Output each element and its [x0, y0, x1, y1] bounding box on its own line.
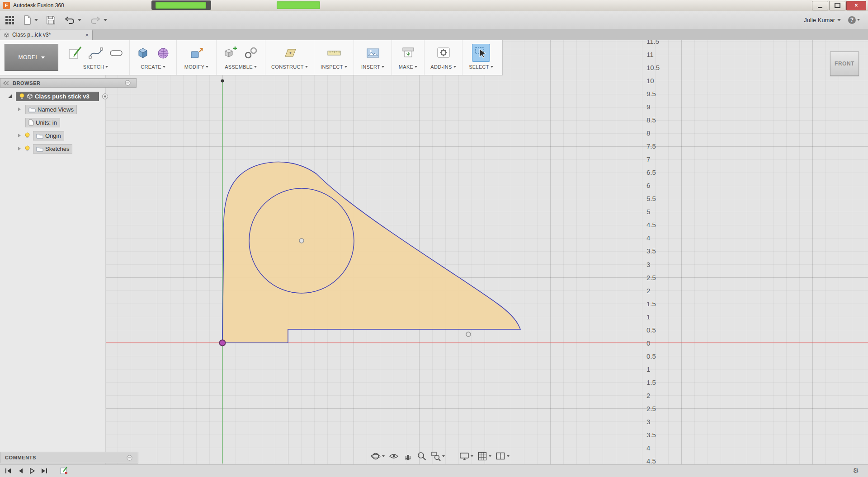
component-cube-icon — [27, 93, 33, 99]
orbit-button[interactable] — [371, 451, 385, 461]
bulb-icon[interactable] — [24, 145, 30, 152]
create-sketch-button[interactable] — [67, 44, 84, 61]
timeline-bar: ⚙ — [0, 464, 868, 477]
pan-button[interactable] — [403, 451, 413, 461]
slot-icon — [108, 45, 124, 61]
help-menu[interactable]: ? — [848, 16, 860, 24]
ribbon-toolbar: MODEL — [0, 40, 503, 75]
comments-collapse-button[interactable] — [127, 455, 132, 461]
ribbon-group-addins: ADD-INS — [425, 40, 462, 75]
bulb-icon[interactable] — [24, 132, 30, 139]
ribbon-group-menu[interactable]: SKETCH — [83, 64, 108, 70]
redo-icon — [90, 15, 101, 25]
play-button[interactable] — [29, 468, 35, 474]
ribbon-group-menu[interactable]: SELECT — [469, 64, 493, 70]
units-chip[interactable]: Units: in — [25, 118, 60, 127]
ribbon-group-inspect: INSPECT — [314, 40, 354, 75]
ribbon-group-menu[interactable]: INSPECT — [321, 64, 347, 70]
document-tab[interactable]: Class p...ick v3* × — [0, 29, 93, 40]
viewports-button[interactable] — [495, 451, 509, 461]
maximize-button[interactable] — [829, 1, 845, 10]
go-to-beginning-button[interactable] — [5, 468, 12, 474]
undo-button[interactable] — [64, 15, 81, 25]
create-form-button[interactable] — [155, 44, 172, 61]
visibility-toggle[interactable] — [102, 93, 108, 100]
sketch-spline-button[interactable] — [87, 44, 104, 61]
collapsed-arrow-icon[interactable] — [18, 134, 21, 137]
ribbon-group-menu[interactable]: CREATE — [141, 64, 165, 70]
browser-item-root[interactable]: Class push stick v3 — [0, 91, 122, 102]
ribbon-group-menu[interactable]: MODIFY — [184, 64, 209, 70]
browser-item-label: Sketches — [45, 145, 69, 152]
timeline-settings-gear-icon[interactable]: ⚙ — [853, 467, 859, 475]
sketches-chip[interactable]: Sketches — [33, 144, 72, 154]
root-component-chip[interactable]: Class push stick v3 — [16, 92, 99, 101]
joint-button[interactable] — [242, 44, 259, 61]
comments-header-label: COMMENTS — [5, 455, 127, 460]
redo-button[interactable] — [90, 15, 107, 25]
timeline-playback-controls — [5, 468, 48, 474]
redaction-block — [156, 2, 206, 9]
user-menu[interactable]: Julie Kumar — [804, 17, 841, 23]
ribbon-group-assemble: ASSEMBLE — [217, 40, 265, 75]
ribbon-group-construct: CONSTRUCT — [265, 40, 314, 75]
redacted-area — [151, 0, 211, 10]
browser-item-origin[interactable]: Origin — [0, 130, 64, 141]
look-at-button[interactable] — [389, 451, 399, 461]
ribbon-group-label: SELECT — [469, 64, 489, 70]
new-component-button[interactable] — [222, 44, 239, 61]
save-button[interactable] — [46, 15, 56, 25]
ribbon-group-menu[interactable]: ADD-INS — [430, 64, 456, 70]
display-settings-button[interactable] — [459, 451, 473, 461]
ribbon-group-menu[interactable]: INSERT — [361, 64, 384, 70]
close-button[interactable]: × — [846, 1, 866, 10]
select-tool-button[interactable] — [472, 44, 490, 62]
browser-item-named-views[interactable]: Named Views — [0, 104, 77, 115]
ribbon-group-label: CREATE — [141, 64, 161, 70]
zoom-window-button[interactable] — [431, 451, 445, 461]
expanded-arrow-icon[interactable] — [8, 94, 12, 98]
scripts-addins-button[interactable] — [435, 44, 452, 61]
app-launcher-button[interactable] — [5, 16, 14, 24]
ribbon-group-select: SELECT — [462, 40, 500, 75]
collapsed-arrow-icon[interactable] — [18, 147, 21, 150]
browser-header[interactable]: BROWSER — [0, 78, 137, 88]
browser-item-units[interactable]: Units: in — [0, 117, 60, 128]
measure-button[interactable] — [326, 44, 343, 61]
browser-collapse-button[interactable] — [125, 80, 131, 86]
grid-settings-button[interactable] — [477, 451, 491, 461]
press-pull-button[interactable] — [188, 44, 205, 61]
collapsed-arrow-icon[interactable] — [18, 108, 21, 111]
sketch-slot-button[interactable] — [108, 44, 125, 61]
bulb-icon[interactable] — [19, 93, 25, 99]
zoom-button[interactable] — [417, 451, 427, 461]
tab-close-icon[interactable]: × — [85, 32, 89, 38]
step-back-button[interactable] — [17, 468, 24, 474]
save-icon — [46, 15, 56, 25]
extrude-icon — [135, 45, 151, 61]
origin-chip[interactable]: Origin — [33, 131, 64, 140]
timeline-sketch-feature[interactable] — [60, 467, 68, 475]
go-to-end-button[interactable] — [41, 468, 48, 474]
extrude-button[interactable] — [134, 44, 151, 61]
browser-header-label: BROWSER — [13, 80, 125, 86]
collapse-panel-icon[interactable] — [3, 81, 9, 85]
viewcube[interactable]: FRONT — [830, 51, 859, 76]
construction-plane-button[interactable] — [281, 44, 298, 61]
redaction-block — [277, 1, 320, 9]
ribbon-group-menu[interactable]: CONSTRUCT — [271, 64, 308, 70]
minimize-button[interactable] — [812, 1, 828, 10]
named-views-chip[interactable]: Named Views — [25, 105, 77, 114]
model-canvas[interactable] — [0, 40, 868, 465]
attached-canvas-button[interactable] — [364, 44, 382, 61]
visibility-radio-icon — [102, 93, 108, 100]
image-icon — [365, 45, 381, 61]
file-menu-button[interactable] — [22, 15, 38, 25]
create-sketch-icon — [68, 45, 83, 61]
ribbon-group-menu[interactable]: ASSEMBLE — [225, 64, 257, 70]
ribbon-group-menu[interactable]: MAKE — [399, 64, 417, 70]
make-button[interactable] — [400, 44, 417, 61]
browser-item-sketches[interactable]: Sketches — [0, 143, 72, 154]
workspace-selector[interactable]: MODEL — [5, 44, 58, 71]
comments-panel-header[interactable]: COMMENTS — [0, 452, 138, 463]
